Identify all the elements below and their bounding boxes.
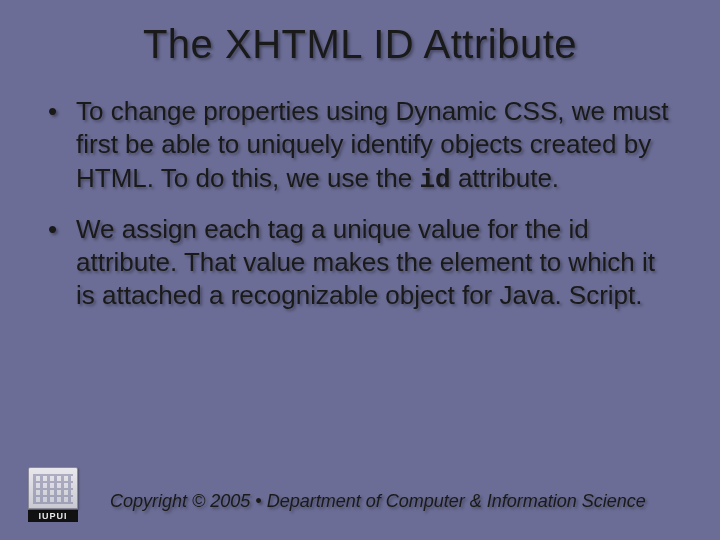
logo: IUPUI [28,467,78,522]
slide-footer: IUPUI Copyright © 2005 • Department of C… [0,466,720,522]
bullet-text-pre: We assign each tag a unique value for th… [76,214,655,311]
bullet-text-post: attribute. [451,163,559,193]
bullet-list: To change properties using Dynamic CSS, … [48,95,680,315]
copyright-text: Copyright © 2005 • Department of Compute… [110,491,646,512]
logo-building-icon [28,467,78,509]
bullet-text-pre: To change properties using Dynamic CSS, … [76,96,669,193]
bullet-item: To change properties using Dynamic CSS, … [48,95,680,197]
slide-title: The XHTML ID Attribute [0,0,720,67]
bullet-code: id [419,165,450,195]
bullet-item: We assign each tag a unique value for th… [48,213,680,315]
logo-text: IUPUI [28,510,78,522]
slide-body: To change properties using Dynamic CSS, … [0,67,720,315]
